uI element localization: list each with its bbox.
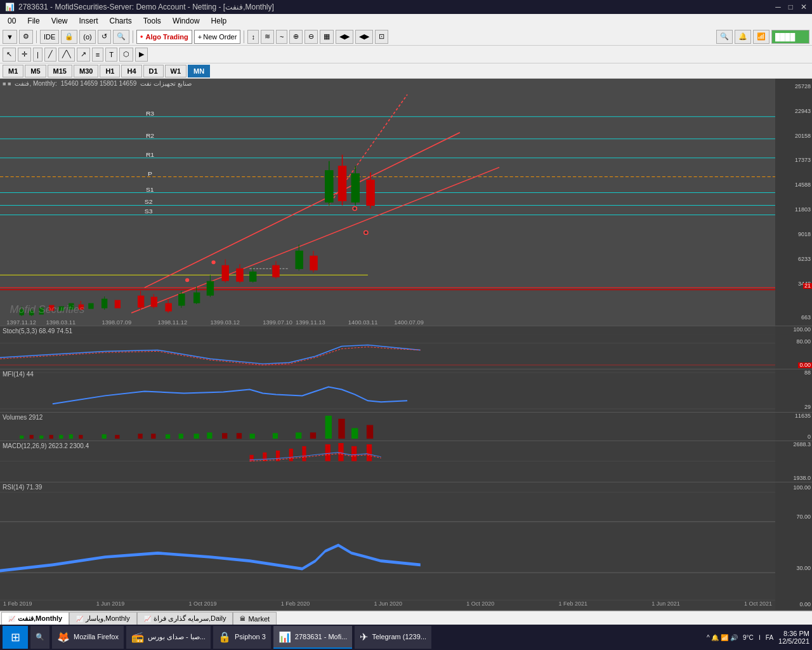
menu-item-view[interactable]: View (46, 15, 73, 27)
start-button[interactable]: ⊞ (3, 626, 28, 649)
axis-17373: 17373 (795, 157, 811, 163)
macd-chart-area[interactable]: MACD(12,26,9) 2623.2 2300.4 (0, 441, 775, 482)
toolbar-green-btn[interactable]: ████ (771, 30, 809, 44)
vol-bar-4 (49, 435, 53, 439)
close-button[interactable]: ✕ (801, 3, 807, 11)
menu-item-charts[interactable]: Charts (105, 15, 137, 27)
tab-viasar-monthly[interactable]: 📈 ویاسار,Monthly (69, 612, 137, 625)
toolbar-wave-btn[interactable]: ~ (276, 30, 287, 44)
menu-item-insert[interactable]: Insert (74, 15, 103, 27)
toolbar-lines-btn[interactable]: ≋ (261, 30, 274, 44)
telegram-label: Telegram (1239... (372, 633, 426, 640)
xaxis-oct2020: 1 Oct 2020 (466, 600, 494, 610)
mfi-panel: MFI(14) 44 88 29 (0, 369, 812, 413)
toolbar-search-btn[interactable]: 🔍 (113, 30, 129, 44)
toolbar-scroll-right-btn[interactable]: ◀▶ (355, 30, 373, 44)
toolbar-scroll-left-btn[interactable]: ◀▶ (336, 30, 353, 44)
toolbar-signal-btn[interactable]: 📶 (753, 30, 769, 44)
xaxis-feb2019: 1 Feb 2019 (3, 600, 32, 610)
vol-bar-15 (207, 432, 212, 439)
tf-m15[interactable]: M15 (48, 65, 72, 77)
xaxis-label-4: 1398.11.12 (158, 319, 188, 326)
tf-mn[interactable]: MN (188, 65, 210, 77)
tf-m30[interactable]: M30 (74, 65, 98, 77)
tool-shapes[interactable]: ⬡ (119, 48, 133, 62)
minimize-button[interactable]: ─ (775, 3, 781, 11)
tab-label-2: ویاسار,Monthly (86, 614, 130, 623)
algo-trading-button[interactable]: Algo Trading (136, 30, 192, 44)
macd-bar-7 (338, 443, 343, 461)
tab-icon-1: 📈 (8, 616, 15, 622)
toolbar-zoom-out-btn[interactable]: ⊖ (304, 30, 318, 44)
toolbar-refresh-btn[interactable]: ↺ (98, 30, 111, 44)
tool-cursor[interactable]: ↖ (3, 48, 16, 62)
mfi-chart-area[interactable]: MFI(14) 44 (0, 369, 775, 412)
menu-item-tools[interactable]: Tools (138, 15, 166, 27)
xaxis-jun2019: 1 Jun 2019 (96, 600, 125, 610)
watermark-text: Mofid Securities (10, 303, 85, 315)
toolbar-zoom-in-btn[interactable]: ⊕ (289, 30, 303, 44)
stoch-chart-area[interactable]: Stoch(5,3,3) 68.49 74.51 (0, 326, 775, 369)
taskbar-saba[interactable]: 📻 صبا - صدای بورس... (126, 626, 211, 649)
tool-crosshair[interactable]: ✛ (18, 48, 31, 62)
rsi-right-axis: 100.00 70.00 30.00 0.00 (775, 482, 812, 610)
menu-item-file[interactable]: File (22, 15, 44, 27)
toolbar-search-icon-btn[interactable]: 🔍 (716, 30, 733, 44)
taskbar-telegram[interactable]: ✈ Telegram (1239... (355, 626, 431, 649)
app-icon: 📊 (5, 3, 15, 11)
vol-bar-21 (310, 432, 316, 439)
tool-ray[interactable]: ↗ (77, 48, 90, 62)
taskbar-firefox[interactable]: 🦊 Mozilla Firefox (52, 626, 124, 649)
tool-fibonaci[interactable]: ≡ (92, 48, 103, 62)
main-chart-area[interactable]: ■ ■ فنفت, Monthly: 15460 14659 15801 146… (0, 79, 775, 326)
chart-ohlc: 15460 14659 15801 14659 (61, 80, 137, 87)
tool-line[interactable]: ╱ (44, 48, 56, 62)
clock-time: 8:36 PM (778, 630, 809, 637)
vol-svg (0, 413, 775, 441)
vol-bar-17 (237, 433, 242, 439)
tf-w1[interactable]: W1 (165, 65, 187, 77)
tf-m1[interactable]: M1 (3, 65, 23, 77)
new-order-label: New Order (203, 33, 237, 41)
tool-channel[interactable]: ╱╲ (58, 48, 75, 62)
tab-sarmaie-daily[interactable]: 📈 سرمایه گذاری فراة,Daily (137, 612, 233, 625)
toolbar-o-btn[interactable]: (o) (79, 30, 95, 44)
rsi-chart-area[interactable]: RSI(14) 71.39 1 Feb 2019 1 Jun 2019 1 Oc… (0, 482, 775, 610)
new-order-button[interactable]: + New Order (194, 30, 241, 44)
taskbar-search[interactable]: 🔍 (30, 626, 49, 649)
tf-m5[interactable]: M5 (25, 65, 46, 77)
tf-d1[interactable]: D1 (143, 65, 164, 77)
vol-bar-7 (79, 435, 82, 439)
tool-vertical-line[interactable]: | (33, 48, 43, 62)
tool-more[interactable]: ▶ (135, 48, 148, 62)
tab-market[interactable]: 🏛 Market (233, 612, 277, 625)
maximize-button[interactable]: □ (789, 3, 793, 11)
tf-h4[interactable]: H4 (121, 65, 141, 77)
tf-h1[interactable]: H1 (100, 65, 120, 77)
taskbar-psiphon[interactable]: 🔒 Psiphon 3 (213, 626, 271, 649)
toolbar-alert-btn[interactable]: 🔔 (735, 30, 751, 44)
macd-bar-5 (302, 446, 306, 461)
toolbar-target-btn[interactable]: ⊡ (375, 30, 388, 44)
menu-item-window[interactable]: Window (167, 15, 205, 27)
tool-text[interactable]: T (105, 48, 117, 62)
vol-chart-area[interactable]: Volumes 2912 (0, 413, 775, 441)
taskbar-clock: 8:36 PM 12/5/2021 (778, 630, 809, 645)
candle-14 (179, 294, 185, 305)
toolbar-sep-2 (133, 30, 133, 43)
toolbar-ide-btn[interactable]: IDE (40, 30, 59, 44)
telegram-icon: ✈ (360, 631, 368, 643)
tab-fanft-monthly[interactable]: 📈 فنفت,Monthly (1, 612, 69, 625)
macd-axis-top: 2688.3 (793, 442, 811, 448)
toolbar-arrows-btn[interactable]: ↕ (247, 30, 259, 44)
menu-item-help[interactable]: Help (206, 15, 232, 27)
toolbar-settings-btn[interactable]: ⚙ (19, 30, 33, 44)
taskbar-mofid[interactable]: 📊 2783631 - Mofi... (273, 626, 353, 649)
xaxis-oct2019: 1 Oct 2019 (189, 600, 217, 610)
candle-8 (89, 303, 93, 308)
toolbar-lock-btn[interactable]: 🔒 (61, 30, 77, 44)
tab-label-1: فنفت,Monthly (18, 614, 62, 623)
toolbar-grid-btn[interactable]: ▦ (320, 30, 334, 44)
toolbar-nav-btn[interactable]: ▼ (3, 30, 17, 44)
menu-item-00[interactable]: 00 (3, 15, 21, 27)
